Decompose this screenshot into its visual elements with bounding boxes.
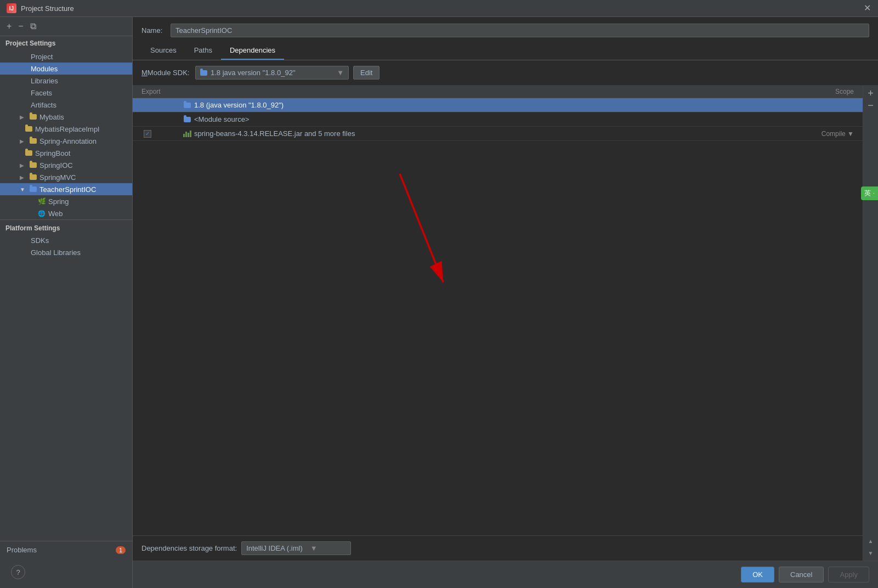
sdk-value: 1.8 java version "1.8.0_92" [211, 69, 296, 77]
sidebar-item-global-libraries[interactable]: Global Libraries [0, 246, 132, 258]
module-label: Spring-Annotation [39, 137, 97, 145]
problems-badge: 1 [116, 546, 126, 554]
dep-scope-spring-beans: Compile ▼ [788, 130, 854, 138]
bottom-bar: OK Cancel Apply [133, 561, 878, 588]
module-mybatisreplaceimpl[interactable]: MybatisReplaceImpl [0, 123, 132, 135]
module-label: SpringIOC [39, 161, 73, 169]
sdk-select[interactable]: 1.8 java version "1.8.0_92" ▼ [195, 66, 349, 80]
sdk-folder-icon [200, 70, 207, 76]
tab-dependencies[interactable]: Dependencies [221, 42, 284, 60]
module-label: Spring [48, 197, 69, 206]
dep-checkbox-spring-beans[interactable] [144, 130, 151, 138]
sidebar-toolbar: + − ⧉ [0, 17, 132, 36]
spring-icon: 🌿 [37, 197, 46, 206]
module-label: SpringBoot [35, 149, 70, 157]
close-button[interactable]: ✕ [863, 4, 871, 13]
tab-paths[interactable]: Paths [185, 42, 221, 60]
modules-icon [20, 64, 29, 73]
remove-module-button[interactable]: − [16, 20, 25, 32]
storage-arrow: ▼ [310, 544, 318, 552]
name-row: Name: [133, 17, 878, 42]
artifacts-icon [20, 100, 29, 109]
module-spring-annotation[interactable]: ▶ Spring-Annotation [0, 135, 132, 147]
sidebar-item-facets[interactable]: Facets [0, 87, 132, 99]
cancel-button[interactable]: Cancel [779, 567, 824, 583]
scroll-up-btn[interactable]: ▲ [865, 535, 876, 546]
name-label: Name: [141, 26, 166, 35]
problems-bar[interactable]: Problems 1 [0, 541, 132, 558]
module-springboot[interactable]: SpringBoot [0, 147, 132, 159]
storage-label: Dependencies storage format: [141, 544, 237, 552]
sidebar-item-sdks[interactable]: SDKs [0, 234, 132, 246]
folder-icon [29, 185, 37, 194]
module-mybatis[interactable]: ▶ Mybatis [0, 111, 132, 123]
collapse-icon: ▶ [20, 114, 26, 120]
module-web[interactable]: 🌐 Web [0, 207, 132, 219]
web-icon: 🌐 [37, 209, 46, 218]
dep-icon-spring-beans [182, 130, 192, 138]
sidebar-item-project[interactable]: Project [0, 50, 132, 63]
dep-table-header: Export Scope [133, 86, 863, 98]
sidebar-item-modules[interactable]: Modules [0, 63, 132, 75]
apply-button[interactable]: Apply [828, 567, 869, 583]
module-springmvc[interactable]: ▶ SpringMVC [0, 171, 132, 183]
dep-table: 1.8 (java version "1.8.0_92") <Module so… [133, 98, 863, 535]
tab-sources[interactable]: Sources [141, 42, 185, 60]
folder-icon [29, 137, 37, 145]
dep-row-module-source[interactable]: <Module source> [133, 112, 863, 127]
help-button[interactable]: ? [11, 565, 25, 579]
module-teachersprintioc[interactable]: ▼ TeacherSprintIOC [0, 183, 132, 195]
scroll-down-btn[interactable]: ▼ [865, 547, 876, 558]
dep-row-jdk[interactable]: 1.8 (java version "1.8.0_92") [133, 98, 863, 112]
sidebar: + − ⧉ Project Settings Project Modules L… [0, 17, 133, 588]
module-label: TeacherSprintIOC [39, 185, 96, 194]
sidebar-item-libraries[interactable]: Libraries [0, 75, 132, 87]
sidebar-item-label: Artifacts [31, 101, 56, 109]
tabs-bar: Sources Paths Dependencies [133, 42, 878, 60]
module-label: Web [48, 210, 63, 218]
ok-button[interactable]: OK [741, 567, 774, 583]
global-lib-icon [20, 248, 29, 257]
window-title: Project Structure [21, 4, 74, 13]
add-module-button[interactable]: + [4, 20, 14, 32]
scope-col-header: Scope [788, 88, 854, 95]
storage-select[interactable]: IntelliJ IDEA (.iml) ▼ [241, 541, 351, 555]
green-badge[interactable]: 英 · [861, 186, 878, 200]
problems-label: Problems [7, 546, 37, 554]
storage-value: IntelliJ IDEA (.iml) [246, 544, 303, 552]
scope-dropdown-btn[interactable]: ▼ [847, 130, 854, 138]
edit-button[interactable]: Edit [353, 66, 379, 80]
folder-icon [24, 149, 33, 157]
storage-row: Dependencies storage format: IntelliJ ID… [133, 535, 863, 561]
copy-module-button[interactable]: ⧉ [28, 20, 38, 32]
module-springioc[interactable]: ▶ SpringIOC [0, 159, 132, 171]
dep-row-spring-beans[interactable]: spring-beans-4.3.14.RELEASE.jar and 5 mo… [133, 127, 863, 141]
app-logo: IJ [7, 3, 16, 13]
project-icon [20, 52, 29, 61]
remove-dep-button[interactable]: − [865, 100, 876, 111]
sdk-label: MModule SDK: [141, 69, 191, 77]
sidebar-item-label: Libraries [31, 77, 58, 85]
collapse-icon: ▶ [20, 174, 26, 180]
project-settings-header: Project Settings [0, 36, 132, 50]
title-bar: IJ Project Structure ✕ [0, 0, 878, 17]
dep-export-spring-beans [141, 130, 180, 138]
libraries-icon [20, 76, 29, 85]
sdk-dropdown-arrow: ▼ [337, 69, 344, 77]
name-input[interactable] [171, 24, 869, 37]
platform-settings-header: Platform Settings [0, 219, 132, 234]
sidebar-item-artifacts[interactable]: Artifacts [0, 99, 132, 111]
module-spring[interactable]: 🌿 Spring [0, 195, 132, 207]
add-dep-button[interactable]: + [865, 88, 876, 99]
dep-name-spring-beans: spring-beans-4.3.14.RELEASE.jar and 5 mo… [194, 129, 786, 138]
content-area: Name: Sources Paths Dependencies MModule… [133, 17, 878, 588]
scrollbar-area: ▲ ▼ [865, 112, 876, 561]
collapse-icon: ▶ [20, 138, 26, 144]
sdks-icon [20, 236, 29, 245]
module-label: MybatisReplaceImpl [35, 125, 99, 133]
main-container: + − ⧉ Project Settings Project Modules L… [0, 17, 878, 588]
sidebar-item-label: Project [31, 53, 53, 61]
scope-value: Compile [822, 130, 846, 138]
collapse-icon: ▶ [20, 162, 26, 168]
facets-icon [20, 88, 29, 97]
